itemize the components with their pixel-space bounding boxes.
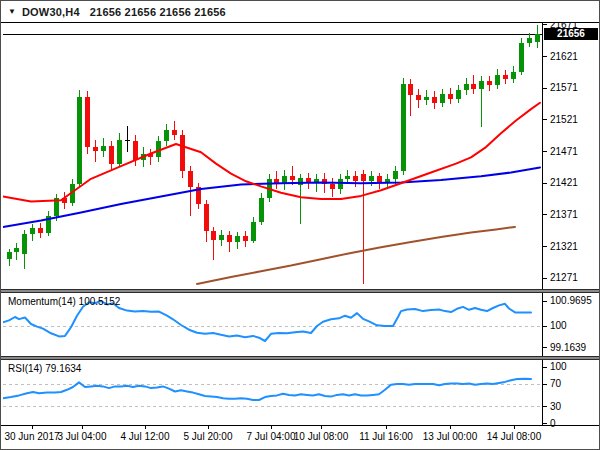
- price-axis-tick: [543, 246, 547, 247]
- momentum-line: [3, 301, 531, 341]
- ohlc-quotes: 21656 21656 21656 21656: [90, 6, 226, 18]
- price-tick-label: 0: [550, 418, 556, 429]
- time-axis-tick: [450, 426, 451, 429]
- price-tick-label: 100: [550, 361, 567, 372]
- price-axis-tick: [543, 301, 547, 302]
- price-tick-label: 70: [550, 378, 561, 389]
- time-axis-tick: [514, 426, 515, 429]
- price-axis-tick: [543, 347, 547, 348]
- time-axis-tick: [32, 426, 33, 429]
- time-tick-label: 7 Jul 04:00: [247, 431, 296, 442]
- price-tick-label: 30: [550, 401, 561, 412]
- price-tick-label: 99.1639: [550, 342, 586, 353]
- chart-window: ▼ DOW30,H4 21656 21656 21656 21656 Momen…: [0, 0, 600, 450]
- price-tick-label: 100: [550, 320, 567, 331]
- rsi-panel[interactable]: RSI(14) 79.1634: [3, 360, 542, 425]
- price-axis-tick: [543, 56, 547, 57]
- price-tick-label: 21321: [550, 241, 578, 252]
- price-tick-label: 21271: [550, 272, 578, 283]
- price-axis-tick: [543, 183, 547, 184]
- panel-separator[interactable]: [1, 356, 599, 360]
- time-tick-label: 4 Jul 12:00: [121, 431, 170, 442]
- price-tick-label: 21621: [550, 51, 578, 62]
- price-axis-tick: [543, 151, 547, 152]
- current-price-tag: 21656: [544, 28, 598, 40]
- ma-slow-brown: [197, 227, 515, 284]
- momentum-panel[interactable]: Momentum(14) 100.5152: [3, 293, 542, 356]
- time-tick-label: 5 Jul 20:00: [184, 431, 233, 442]
- price-tick-label: 100.9695: [550, 295, 592, 306]
- price-axis-tick: [543, 367, 547, 368]
- price-axis-tick: [543, 278, 547, 279]
- momentum-label: Momentum(14) 100.5152: [8, 296, 120, 307]
- price-axis[interactable]: 21656 2167121621215712152121471214212137…: [543, 1, 599, 450]
- price-tick-label: 21521: [550, 114, 578, 125]
- rsi-line: [3, 379, 531, 400]
- panel-separator[interactable]: [1, 289, 599, 293]
- symbol-dropdown-icon[interactable]: ▼: [8, 8, 16, 16]
- price-tick-label: 21421: [550, 177, 578, 188]
- price-axis-tick: [543, 423, 547, 424]
- price-axis-tick: [543, 384, 547, 385]
- price-tick-label: 21471: [550, 146, 578, 157]
- price-chart-panel[interactable]: [3, 23, 542, 289]
- time-tick-label: 13 Jul 00:00: [423, 431, 478, 442]
- time-axis-tick: [386, 426, 387, 429]
- time-axis[interactable]: 30 Jun 20173 Jul 04:004 Jul 12:005 Jul 2…: [1, 425, 541, 450]
- time-tick-label: 11 Jul 16:00: [359, 431, 413, 442]
- time-tick-label: 3 Jul 04:00: [58, 431, 107, 442]
- price-axis-tick: [543, 326, 547, 327]
- time-axis-tick: [271, 426, 272, 429]
- time-tick-label: 30 Jun 2017: [4, 431, 59, 442]
- rsi-label: RSI(14) 79.1634: [8, 363, 81, 374]
- price-axis-tick: [543, 119, 547, 120]
- symbol-timeframe-label: DOW30,H4: [22, 6, 80, 18]
- time-axis-tick: [208, 426, 209, 429]
- price-axis-tick: [543, 214, 547, 215]
- time-axis-tick: [321, 426, 322, 429]
- price-tick-label: 21371: [550, 209, 578, 220]
- time-axis-tick: [82, 426, 83, 429]
- price-axis-tick: [543, 24, 547, 25]
- price-axis-tick: [543, 406, 547, 407]
- price-tick-label: 21571: [550, 82, 578, 93]
- time-tick-label: 10 Jul 08:00: [294, 431, 349, 442]
- chart-title-bar: ▼ DOW30,H4 21656 21656 21656 21656: [1, 1, 599, 23]
- time-axis-tick: [145, 426, 146, 429]
- price-axis-tick: [543, 88, 547, 89]
- time-tick-label: 14 Jul 08:00: [487, 431, 542, 442]
